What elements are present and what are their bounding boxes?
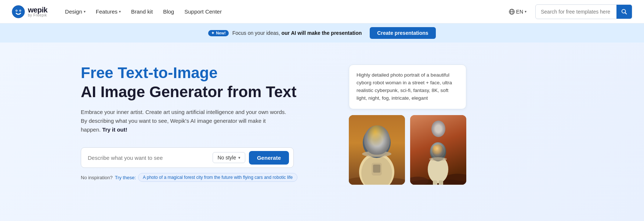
lang-chevron-icon: ▾: [525, 10, 527, 14]
inspiration-prefix: No inspiration?: [81, 175, 113, 180]
logo-freepik-text: by Freepik: [28, 14, 47, 17]
lang-label: EN: [516, 9, 523, 15]
svg-point-18: [366, 130, 387, 152]
search-box: [535, 4, 632, 19]
new-badge-label: New!: [216, 31, 225, 35]
right-column: Highly detailed photo portrait of a beau…: [349, 65, 466, 200]
headline-blue: Free Text-to-Image: [81, 65, 319, 81]
nav-links: Design ▾ Features ▾ Brand kit Blog Suppo…: [65, 8, 506, 15]
ai-generated-image-2: [410, 115, 466, 185]
svg-point-20: [362, 151, 391, 157]
headline-dark: AI Image Generator from Text: [81, 84, 319, 100]
language-selector[interactable]: EN ▾: [506, 7, 529, 16]
announcement-banner: ✦ New! Focus on your ideas, our AI will …: [0, 23, 644, 43]
nav-item-features[interactable]: Features ▾: [96, 8, 121, 15]
hero-description-bold: Try it out!: [102, 126, 127, 133]
prompt-card: Highly detailed photo portrait of a beau…: [349, 65, 466, 109]
create-presentations-button[interactable]: Create presentations: [370, 27, 435, 39]
style-label: No style: [217, 155, 236, 161]
style-selector[interactable]: No style ▾: [213, 152, 245, 163]
sparkle-icon: ✦: [211, 31, 214, 36]
svg-point-19: [368, 132, 376, 142]
svg-point-29: [429, 157, 447, 161]
banner-text-prefix: Focus on your ideas,: [232, 30, 280, 36]
nav-blog-label: Blog: [163, 8, 174, 15]
nav-design-label: Design: [65, 8, 82, 15]
banner-text-bold: our AI will make the presentation: [282, 30, 362, 36]
ai-images-row: [349, 115, 466, 185]
new-badge: ✦ New!: [208, 30, 228, 36]
inspiration-link[interactable]: Try these:: [115, 175, 136, 180]
generator-input-box: No style ▾ Generate: [81, 147, 294, 168]
search-button[interactable]: [616, 4, 632, 19]
navbar: wepik by Freepik Design ▾ Features ▾ Bra…: [0, 0, 644, 23]
logo-icon: [12, 5, 25, 18]
nav-item-design[interactable]: Design ▾: [65, 8, 86, 15]
nav-right: EN ▾: [506, 4, 632, 19]
design-chevron-icon: ▾: [84, 10, 86, 14]
left-column: Free Text-to-Image AI Image Generator fr…: [81, 65, 319, 200]
nav-brandkit-label: Brand kit: [131, 8, 153, 15]
nav-item-blog[interactable]: Blog: [163, 8, 174, 15]
svg-point-0: [12, 5, 25, 18]
style-chevron-icon: ▾: [238, 155, 240, 160]
astronaut-helmet-1: [349, 115, 405, 185]
prompt-card-text: Highly detailed photo portrait of a beau…: [357, 72, 452, 101]
logo-wepik-text: wepik: [28, 6, 47, 14]
nav-item-support[interactable]: Support Center: [184, 8, 222, 15]
search-icon: [621, 8, 627, 15]
svg-rect-30: [433, 180, 437, 185]
ai-generated-image-1: [349, 115, 405, 185]
banner-text: Focus on your ideas, our AI will make th…: [232, 30, 362, 36]
features-chevron-icon: ▾: [119, 10, 121, 14]
nav-support-label: Support Center: [184, 8, 222, 15]
svg-rect-31: [439, 180, 443, 185]
globe-icon: [509, 9, 515, 15]
nav-item-brandkit[interactable]: Brand kit: [131, 8, 153, 15]
prompt-input[interactable]: [88, 155, 209, 161]
svg-point-3: [16, 10, 17, 11]
nav-features-label: Features: [96, 8, 117, 15]
logo-text-wrap: wepik by Freepik: [28, 6, 47, 17]
inspiration-suggestion-0[interactable]: A photo of a magical forest city from th…: [138, 173, 297, 182]
hero-description: Embrace your inner artist. Create art us…: [81, 108, 286, 134]
inspiration-row: No inspiration? Try these: A photo of a …: [81, 173, 319, 182]
svg-line-9: [625, 12, 626, 14]
main-content: Free Text-to-Image AI Image Generator fr…: [0, 43, 644, 221]
search-input[interactable]: [536, 9, 616, 15]
svg-rect-16: [373, 165, 380, 173]
astronaut-helmet-2: [410, 115, 466, 185]
generate-button[interactable]: Generate: [249, 151, 289, 165]
svg-point-4: [20, 10, 21, 11]
logo-area[interactable]: wepik by Freepik: [12, 5, 47, 18]
